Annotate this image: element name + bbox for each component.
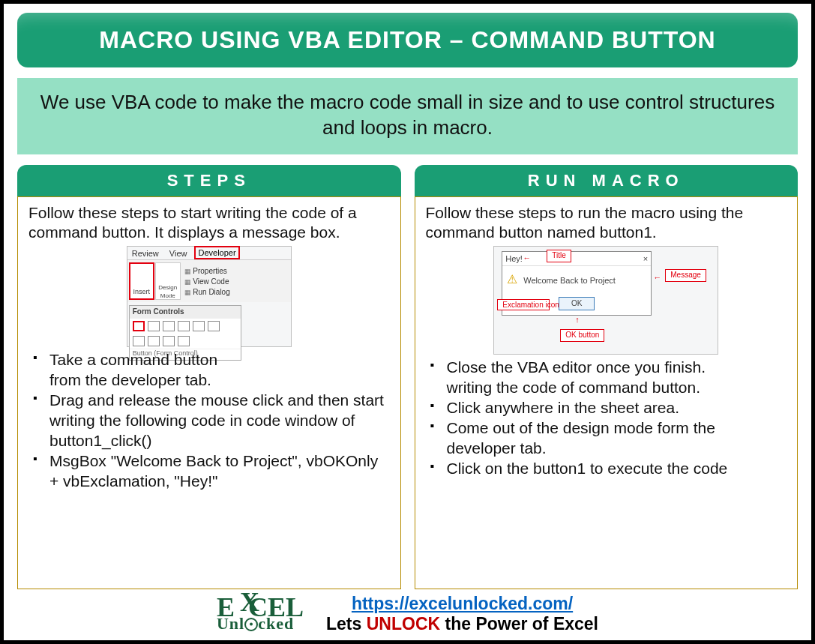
- label-okbutton: OK button: [560, 329, 604, 342]
- site-link[interactable]: https://excelunlocked.com/: [352, 594, 573, 613]
- list-item: Click on the button1 to execute the code: [447, 459, 787, 479]
- button-control-icon: [133, 321, 145, 331]
- bullet-text: from the developer tab.: [49, 371, 211, 388]
- arrow-icon: ↑: [575, 314, 580, 325]
- arrow-icon: ←: [653, 272, 661, 283]
- control-icon: [148, 336, 160, 346]
- tagline-a: Lets: [326, 614, 367, 634]
- list-item: Drag and release the mouse click and the…: [49, 391, 390, 451]
- tab-review: Review: [129, 247, 162, 259]
- tab-developer: Developer: [194, 246, 239, 259]
- columns: STEPS Follow these steps to start writin…: [17, 165, 798, 589]
- properties-group: Properties View Code Run Dialog: [181, 262, 230, 300]
- tab-view: View: [166, 247, 190, 259]
- list-item: MsgBox "Welcome Back to Project", vbOKOn…: [49, 451, 390, 492]
- prop-properties: Properties: [184, 266, 230, 277]
- logo: E X CEL Unlcked: [217, 596, 304, 633]
- bullet-text: Take a command button: [49, 351, 217, 368]
- label-message: Message: [665, 269, 706, 282]
- keyhole-icon: [244, 618, 258, 631]
- page-title: MACRO USING VBA EDITOR – COMMAND BUTTON: [17, 13, 798, 67]
- run-macro-intro: Follow these steps to run the macro usin…: [426, 203, 787, 244]
- control-icon: [178, 321, 190, 331]
- bullet-text: Close the VBA editor once you finish.: [447, 358, 706, 376]
- control-icon: [178, 336, 190, 346]
- footer-text: https://excelunlocked.com/ Lets UNLOCK t…: [326, 594, 598, 634]
- footer: E X CEL Unlcked https://excelunlocked.co…: [17, 594, 798, 634]
- tagline-unlock: UNLOCK: [367, 614, 440, 634]
- list-item: Come out of the design mode form the dev…: [447, 418, 787, 459]
- msgbox-message: Welcome Back to Project: [523, 275, 616, 286]
- arrow-icon: ←: [523, 253, 531, 263]
- steps-heading: STEPS: [17, 165, 401, 196]
- control-icon: [193, 321, 205, 331]
- run-macro-body: Follow these steps to run the macro usin…: [415, 196, 799, 589]
- list-item: Close the VBA editor once you finish. wr…: [447, 358, 787, 398]
- logo-text-sub: Unlcked: [217, 617, 304, 632]
- form-controls-title: Form Controls: [130, 306, 241, 319]
- steps-body: Follow these steps to start writing the …: [17, 196, 401, 589]
- control-icon: [133, 336, 145, 346]
- insert-button: Insert: [129, 262, 154, 300]
- run-macro-panel: RUN MACRO Follow these steps to run the …: [415, 165, 799, 589]
- list-item: Take a command button from the developer…: [49, 350, 390, 391]
- control-icon: [208, 321, 220, 331]
- page-subtitle: We use VBA code to make the macro code s…: [17, 78, 798, 154]
- steps-list: Take a command button from the developer…: [28, 350, 390, 491]
- prop-viewcode: View Code: [184, 277, 230, 287]
- ok-button: OK: [559, 297, 595, 310]
- exclamation-icon: ⚠: [507, 272, 517, 287]
- run-macro-heading: RUN MACRO: [415, 165, 799, 196]
- label-exclamation: Exclamation icon: [497, 299, 550, 310]
- bullet-text: writing the code of command button.: [447, 379, 701, 396]
- design-mode-button: Design Mode: [155, 262, 181, 300]
- msgbox-screenshot: Hey! × ⚠ Welcome Back to Project OK ← Ti…: [493, 246, 718, 355]
- close-icon: ×: [643, 253, 648, 264]
- control-icon: [163, 336, 175, 346]
- prop-rundialog: Run Dialog: [184, 287, 230, 298]
- tagline-c: the Power of Excel: [440, 614, 598, 634]
- logo-x: X: [240, 591, 259, 614]
- steps-intro: Follow these steps to start writing the …: [28, 203, 390, 244]
- control-icon: [148, 321, 160, 331]
- control-icon: [163, 321, 175, 331]
- msgbox-title: Hey!: [505, 253, 523, 264]
- ribbon-screenshot: Review View Developer Insert Design Mode…: [127, 246, 292, 347]
- run-macro-list: Close the VBA editor once you finish. wr…: [426, 358, 787, 478]
- list-item: Click anywhere in the sheet area.: [447, 398, 787, 418]
- steps-panel: STEPS Follow these steps to start writin…: [17, 165, 401, 589]
- label-title: Title: [547, 250, 571, 262]
